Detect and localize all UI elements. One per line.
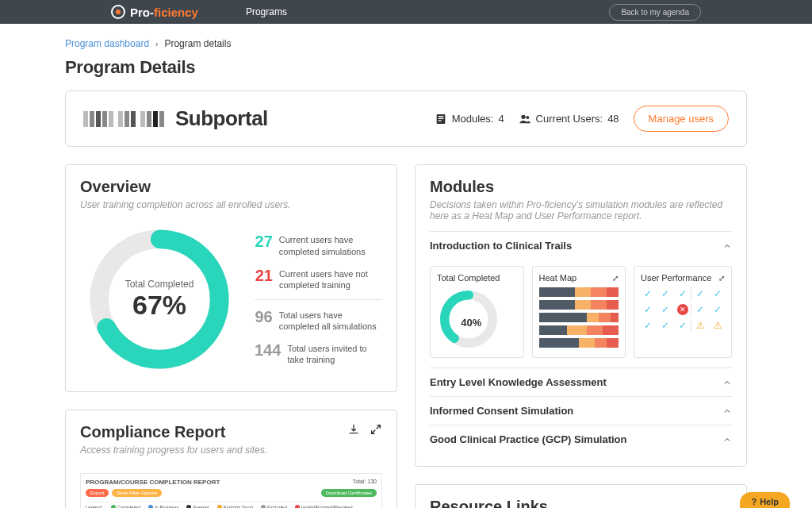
brand-logo[interactable]: Pro-ficiency — [111, 5, 198, 19]
metric-row: 21Current users have not completed train… — [255, 262, 382, 296]
help-icon: ? — [751, 497, 756, 506]
chevron-up-icon — [722, 406, 732, 416]
perf-cell: ⚠ — [710, 319, 725, 332]
users-icon — [519, 113, 531, 125]
compliance-desc: Access training progress for users and s… — [80, 444, 267, 456]
module-row[interactable]: Good Clinical Practice (GCP) Simulation — [430, 425, 732, 453]
svg-rect-2 — [438, 117, 443, 118]
report-preview: PROGRAM/COURSE COMPLETION REPORT Total: … — [80, 473, 382, 508]
program-header-card: Subportal Modules: 4 Current Users: 48 M… — [65, 90, 747, 147]
brand-icon — [111, 5, 125, 19]
perf-cell: ✓ — [693, 303, 707, 316]
metric-row: 144Total users invited to take training — [255, 337, 382, 371]
svg-point-4 — [521, 114, 525, 118]
expand-icon[interactable]: ⤢ — [718, 274, 725, 283]
legend-item: Expiring Soon — [217, 505, 253, 508]
subportal-title: Subportal — [175, 106, 268, 131]
perf-cell: ✓ — [658, 303, 672, 316]
heatmap-mini: Heat Map⤢ — [532, 266, 626, 358]
user-performance-mini: User Performance⤢ ✓✓✓✓✓✓✓✕✓✓✓✓✓⚠⚠ — [634, 266, 732, 358]
heatmap-row — [539, 300, 619, 310]
completion-donut: Total Completed 67% — [80, 220, 239, 379]
perf-cell: ⚠ — [693, 319, 707, 332]
modules-card: Modules Decisions taken within Pro-ficie… — [415, 164, 747, 467]
heatmap-row — [539, 338, 619, 348]
perf-cell: ✕ — [676, 303, 690, 316]
export-pill[interactable]: Export — [86, 489, 109, 497]
metric-row: 27Current users have completed simulatio… — [255, 228, 382, 262]
svg-rect-1 — [438, 116, 443, 117]
perf-cell: ✓ — [693, 287, 707, 300]
modules-desc: Decisions taken within Pro-ficiency's si… — [430, 199, 732, 221]
legend-item: Exempt — [186, 505, 209, 508]
nav-programs[interactable]: Programs — [246, 6, 287, 17]
breadcrumb: Program dashboard › Program details — [65, 38, 747, 49]
download-icon[interactable] — [347, 423, 360, 436]
resources-card: Resource Links Link to a resourceLink to… — [415, 484, 747, 508]
chevron-up-icon — [722, 241, 732, 251]
modules-count: Modules: 4 — [435, 113, 504, 125]
chevron-right-icon: › — [155, 40, 158, 48]
download-cert-pill[interactable]: Download Certificates — [321, 489, 377, 497]
heatmap-row — [539, 325, 619, 335]
legend-item: Completed — [111, 505, 140, 508]
redacted-logo — [83, 111, 164, 127]
help-button[interactable]: ? Help — [740, 492, 790, 508]
legend-item: Excluded — [261, 505, 287, 508]
perf-cell: ✓ — [676, 319, 690, 332]
perf-cell: ✓ — [641, 303, 655, 316]
total-completed-mini: Total Completed 40% — [430, 266, 524, 358]
heatmap-row — [539, 313, 619, 322]
overview-title: Overview — [80, 178, 382, 196]
perf-cell: ✓ — [710, 287, 725, 300]
legend-item: In Progress — [148, 505, 179, 508]
breadcrumb-current: Program details — [164, 38, 231, 49]
compliance-title: Compliance Report — [80, 423, 267, 441]
expand-icon[interactable]: ⤢ — [612, 274, 619, 283]
chevron-up-icon — [722, 378, 732, 387]
chevron-up-icon — [722, 435, 732, 444]
back-to-agenda-button[interactable]: Back to my agenda — [609, 4, 701, 21]
heatmap-row — [539, 287, 619, 297]
perf-cell: ✓ — [641, 287, 655, 300]
metric-row: 96Total users have completed all simulat… — [255, 303, 382, 337]
overview-desc: User training completion across all enro… — [80, 199, 382, 210]
perf-cell: ✓ — [658, 287, 672, 300]
manage-users-button[interactable]: Manage users — [634, 106, 729, 132]
filter-pill[interactable]: Save Filter Options — [112, 489, 162, 497]
svg-rect-3 — [438, 120, 441, 121]
page-title: Program Details — [65, 57, 747, 78]
svg-point-5 — [526, 116, 529, 119]
modules-icon — [435, 113, 447, 125]
breadcrumb-link[interactable]: Program dashboard — [65, 38, 149, 49]
resources-title: Resource Links — [430, 498, 732, 508]
module-row[interactable]: Informed Consent Simulation — [430, 396, 732, 425]
module-row[interactable]: Entry Level Knowledge Assessment — [430, 368, 732, 396]
perf-cell: ✓ — [658, 319, 672, 332]
perf-cell: ✓ — [676, 287, 690, 300]
compliance-card: Compliance Report Access training progre… — [65, 410, 397, 508]
expand-icon[interactable] — [370, 423, 382, 436]
legend-item: Invalid/Expired/Revoked — [295, 505, 353, 508]
modules-title: Modules — [430, 178, 732, 196]
perf-cell: ✓ — [641, 319, 655, 332]
perf-cell: ✓ — [710, 303, 725, 316]
users-count: Current Users: 48 — [519, 113, 619, 125]
brand-text: Pro-ficiency — [130, 6, 198, 19]
module-row-intro[interactable]: Introduction to Clinical Trails — [430, 231, 732, 260]
overview-card: Overview User training completion across… — [65, 164, 397, 392]
